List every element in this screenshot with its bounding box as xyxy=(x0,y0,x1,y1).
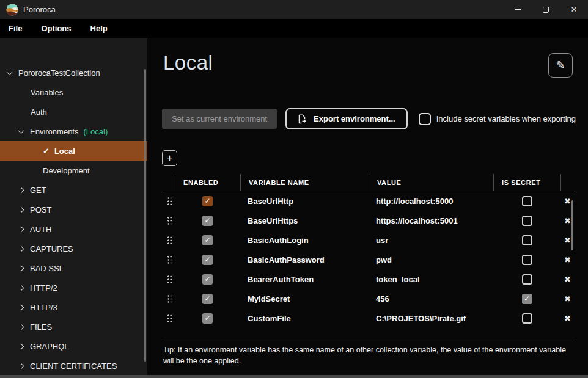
main-panel: Local ✎ Set as current environment Expor… xyxy=(147,38,588,378)
tree-item-auth[interactable]: Auth xyxy=(0,102,147,122)
enabled-checkbox[interactable]: ✓ xyxy=(202,255,213,265)
include-secret-group[interactable]: Include secret variables when exporting xyxy=(419,113,576,125)
chevron-right-icon[interactable] xyxy=(18,187,24,193)
sidebar-scrollbar[interactable] xyxy=(144,69,146,362)
rename-environment-button[interactable]: ✎ xyxy=(548,53,573,78)
is-secret-checkbox[interactable] xyxy=(522,255,532,265)
tree-item-environments[interactable]: Environments(Local) xyxy=(0,122,147,141)
minimize-button[interactable] xyxy=(504,0,532,19)
enabled-checkbox[interactable]: ✓ xyxy=(202,216,213,226)
tree-item-files[interactable]: FILES xyxy=(0,317,147,336)
enabled-checkbox[interactable]: ✓ xyxy=(202,274,213,285)
is-secret-checkbox[interactable] xyxy=(522,274,532,285)
variable-value-cell[interactable]: C:\PROJETOS\Pirate.gif xyxy=(369,314,493,323)
check-icon: ✓ xyxy=(524,295,530,302)
window-resize-edge[interactable] xyxy=(0,375,588,378)
chevron-right-icon[interactable] xyxy=(18,265,24,271)
enabled-checkbox[interactable]: ✓ xyxy=(202,313,213,324)
pororoca-logo-icon xyxy=(6,4,18,16)
maximize-icon xyxy=(543,7,549,13)
pencil-icon: ✎ xyxy=(556,60,565,71)
export-environment-button[interactable]: Export environment... xyxy=(285,108,408,129)
variable-name-cell[interactable]: MyIdSecret xyxy=(240,294,369,303)
table-row-baseurlhttp: ✓BaseUrlHttphttp://localhost:5000✖ xyxy=(164,191,575,211)
add-variable-button[interactable]: + xyxy=(162,150,177,166)
drag-handle-icon[interactable] xyxy=(167,275,172,284)
delete-variable-button[interactable]: ✖ xyxy=(564,236,571,244)
is-secret-checkbox[interactable] xyxy=(522,196,532,206)
is-secret-checkbox[interactable]: ✓ xyxy=(522,294,532,304)
delete-variable-button[interactable]: ✖ xyxy=(564,295,571,303)
tree-item-captures[interactable]: CAPTURES xyxy=(0,239,147,258)
variable-value-cell[interactable]: usr xyxy=(369,236,493,245)
variable-name-cell[interactable]: BaseUrlHttp xyxy=(240,197,369,206)
variable-name-cell[interactable]: BasicAuthPassword xyxy=(240,255,369,264)
tree-item-http-2[interactable]: HTTP/2 xyxy=(0,278,147,297)
tip-text: Tip: If an environment variable has the … xyxy=(163,344,569,366)
tree-item-get[interactable]: GET xyxy=(0,180,147,200)
drag-handle-icon[interactable] xyxy=(167,255,172,264)
variable-value-cell[interactable]: 456 xyxy=(369,294,493,303)
tree-item-development[interactable]: Development xyxy=(0,161,147,180)
variable-value-cell[interactable]: https://localhost:5001 xyxy=(369,216,493,225)
delete-variable-button[interactable]: ✖ xyxy=(564,197,571,205)
variable-value-cell[interactable]: token_local xyxy=(369,275,493,284)
is-secret-checkbox[interactable] xyxy=(522,216,532,226)
delete-variable-button[interactable]: ✖ xyxy=(564,314,571,322)
delete-variable-button[interactable]: ✖ xyxy=(564,275,571,283)
variable-name-cell[interactable]: BearerAuthToken xyxy=(240,275,369,284)
is-secret-checkbox[interactable] xyxy=(522,235,532,245)
tree-item-graphql[interactable]: GRAPHQL xyxy=(0,336,147,356)
tree-item-http-3[interactable]: HTTP/3 xyxy=(0,297,147,317)
enabled-checkbox[interactable]: ✓ xyxy=(202,235,213,245)
chevron-right-icon[interactable] xyxy=(18,285,24,291)
chevron-right-icon[interactable] xyxy=(18,343,24,349)
chevron-right-icon[interactable] xyxy=(18,324,24,330)
column-header-is-secret: IS SECRET xyxy=(493,174,560,191)
chevron-down-icon[interactable] xyxy=(7,69,13,75)
menu-item-file[interactable]: File xyxy=(9,24,22,33)
enabled-checkbox[interactable]: ✓ xyxy=(202,294,213,304)
check-icon: ✓ xyxy=(43,147,50,155)
drag-handle-icon[interactable] xyxy=(167,216,172,225)
tree-item-bad-ssl[interactable]: BAD SSL xyxy=(0,258,147,278)
drag-handle-icon[interactable] xyxy=(167,314,172,323)
variable-value-cell[interactable]: pwd xyxy=(369,255,493,264)
tree-item-pororocatestcollection[interactable]: PororocaTestCollection xyxy=(0,63,147,82)
is-secret-checkbox[interactable] xyxy=(522,313,532,324)
variable-name-cell[interactable]: CustomFile xyxy=(240,314,369,323)
drag-handle-icon[interactable] xyxy=(167,197,172,206)
delete-variable-button[interactable]: ✖ xyxy=(564,256,571,264)
chevron-right-icon[interactable] xyxy=(18,304,24,310)
table-row-myidsecret: ✓MyIdSecret456✓✖ xyxy=(164,289,575,308)
tree-item-auth[interactable]: AUTH xyxy=(0,219,147,239)
tree-item-label: PororocaTestCollection xyxy=(18,68,100,78)
delete-variable-button[interactable]: ✖ xyxy=(564,217,571,225)
close-button[interactable]: ✕ xyxy=(560,0,588,19)
tree-item-local[interactable]: ✓Local xyxy=(0,141,147,161)
chevron-right-icon[interactable] xyxy=(18,363,24,369)
chevron-right-icon[interactable] xyxy=(18,226,24,232)
maximize-button[interactable] xyxy=(532,0,560,19)
chevron-right-icon[interactable] xyxy=(18,206,24,213)
table-scrollbar[interactable] xyxy=(571,200,573,250)
tree-item-label: CLIENT CERTIFICATES xyxy=(30,362,117,371)
variable-value-cell[interactable]: http://localhost:5000 xyxy=(369,197,493,206)
tree-item-variables[interactable]: Variables xyxy=(0,82,147,102)
include-secret-checkbox[interactable] xyxy=(419,113,431,125)
variable-name-cell[interactable]: BaseUrlHttps xyxy=(240,216,369,225)
chevron-down-icon[interactable] xyxy=(18,128,24,134)
tree-item-label: POST xyxy=(30,205,51,214)
table-row-customfile: ✓CustomFileC:\PROJETOS\Pirate.gif✖ xyxy=(164,308,575,328)
set-current-environment-button[interactable]: Set as current environment xyxy=(162,109,277,129)
enabled-checkbox[interactable]: ✓ xyxy=(202,196,213,206)
drag-handle-icon[interactable] xyxy=(167,294,172,303)
variable-name-cell[interactable]: BasicAuthLogin xyxy=(240,236,369,245)
table-row-baseurlhttps: ✓BaseUrlHttpshttps://localhost:5001✖ xyxy=(164,211,575,230)
menu-item-options[interactable]: Options xyxy=(41,24,71,33)
drag-handle-icon[interactable] xyxy=(167,236,172,245)
chevron-right-icon[interactable] xyxy=(18,245,24,252)
tree-item-client-certificates[interactable]: CLIENT CERTIFICATES xyxy=(0,356,147,376)
menu-item-help[interactable]: Help xyxy=(90,24,108,33)
tree-item-post[interactable]: POST xyxy=(0,200,147,219)
